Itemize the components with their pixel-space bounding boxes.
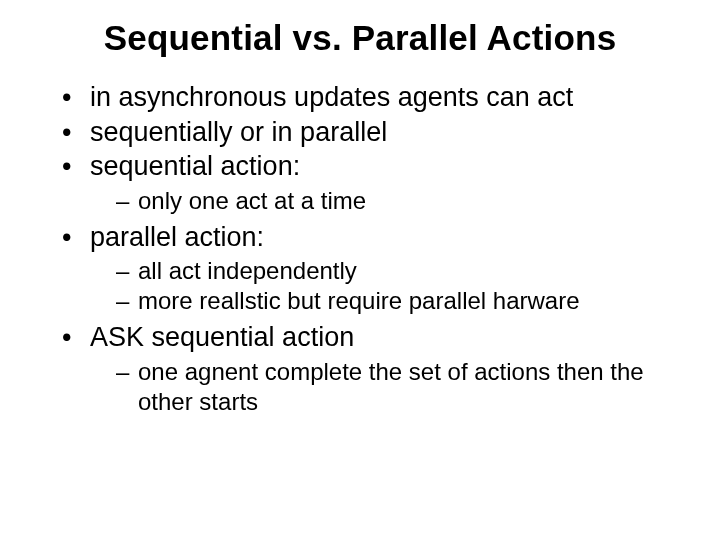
bullet-list: in asynchronous updates agents can act s… — [40, 80, 680, 417]
list-item: sequentially or in parallel — [62, 115, 680, 150]
list-item: all act independently — [116, 256, 680, 286]
list-item: only one act at a time — [116, 186, 680, 216]
bullet-text: in asynchronous updates agents can act — [90, 82, 573, 112]
slide-title: Sequential vs. Parallel Actions — [40, 18, 680, 58]
list-item: more reallstic but require parallel harw… — [116, 286, 680, 316]
list-item: ASK sequential action one agnent complet… — [62, 320, 680, 417]
bullet-text: sequentially or in parallel — [90, 117, 387, 147]
bullet-text: sequential action: — [90, 151, 300, 181]
slide: Sequential vs. Parallel Actions in async… — [0, 0, 720, 540]
sub-bullet-text: one agnent complete the set of actions t… — [138, 358, 644, 415]
list-item: parallel action: all act independently m… — [62, 220, 680, 317]
sub-bullet-list: one agnent complete the set of actions t… — [90, 357, 680, 417]
sub-bullet-text: all act independently — [138, 257, 357, 284]
sub-bullet-text: more reallstic but require parallel harw… — [138, 287, 580, 314]
list-item: one agnent complete the set of actions t… — [116, 357, 680, 417]
sub-bullet-list: all act independently more reallstic but… — [90, 256, 680, 316]
list-item: in asynchronous updates agents can act — [62, 80, 680, 115]
list-item: sequential action: only one act at a tim… — [62, 149, 680, 216]
sub-bullet-text: only one act at a time — [138, 187, 366, 214]
sub-bullet-list: only one act at a time — [90, 186, 680, 216]
bullet-text: ASK sequential action — [90, 322, 354, 352]
bullet-text: parallel action: — [90, 222, 264, 252]
